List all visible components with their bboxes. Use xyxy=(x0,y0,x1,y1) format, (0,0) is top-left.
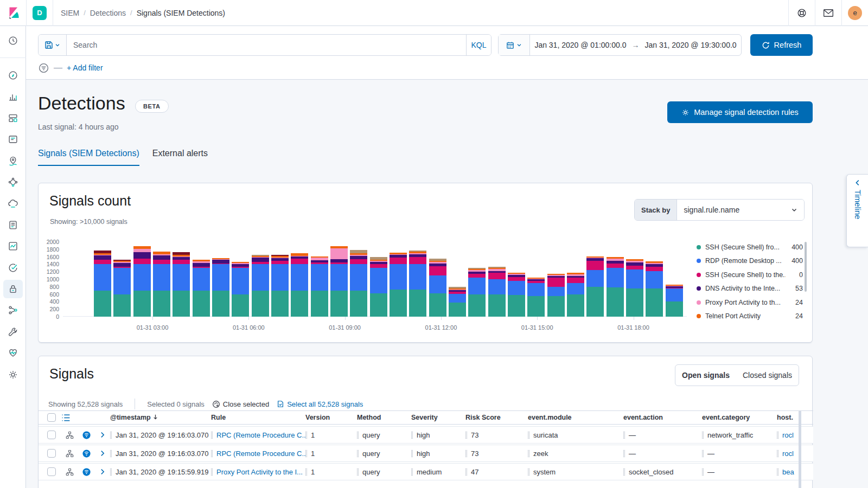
cell-risk_score[interactable]: 73 xyxy=(465,450,528,458)
fields-browser-icon[interactable] xyxy=(61,414,71,422)
help-menu-button[interactable] xyxy=(789,0,815,26)
drag-handle[interactable] xyxy=(110,432,112,439)
stacked-bar[interactable] xyxy=(567,273,584,317)
stacked-bar[interactable] xyxy=(646,261,663,317)
drag-handle[interactable] xyxy=(305,432,307,439)
cell-severity[interactable]: high xyxy=(411,431,465,439)
sidebar-item-discover[interactable] xyxy=(3,66,23,85)
cell-risk_score[interactable]: 47 xyxy=(465,468,528,476)
stacked-bar[interactable] xyxy=(547,274,565,317)
stacked-bar[interactable] xyxy=(133,246,151,317)
drag-handle[interactable] xyxy=(211,468,213,476)
cell-event_category[interactable]: network_traffic xyxy=(702,431,777,439)
cell-version[interactable]: 1 xyxy=(305,431,357,439)
stacked-bar[interactable] xyxy=(508,273,525,317)
tab-signals[interactable]: Signals (SIEM Detections) xyxy=(38,149,139,166)
cell-host[interactable]: bea xyxy=(777,468,800,476)
select-all-signals-button[interactable]: Select all 52,528 signals xyxy=(277,400,363,408)
stacked-bar[interactable] xyxy=(429,259,446,317)
drag-handle[interactable] xyxy=(623,468,625,476)
cell-event_category[interactable]: — xyxy=(702,450,777,458)
cell-event_action[interactable]: socket_closed xyxy=(623,468,702,476)
analyze-event-icon[interactable] xyxy=(65,467,74,477)
column-header-severity[interactable]: Severity xyxy=(411,414,465,421)
sidebar-item-siem[interactable] xyxy=(3,280,23,298)
drag-handle[interactable] xyxy=(411,450,413,457)
stacked-bar[interactable] xyxy=(409,251,426,317)
drag-handle[interactable] xyxy=(528,468,529,476)
drag-handle[interactable] xyxy=(411,468,413,476)
column-header-version[interactable]: Version xyxy=(305,414,357,421)
date-quick-menu-button[interactable] xyxy=(499,35,530,55)
stacked-bar[interactable] xyxy=(350,250,367,317)
legend-scrollbar[interactable] xyxy=(805,242,807,292)
chart-plot-area[interactable]: 01-31 03:0001-31 06:0001-31 09:0001-31 1… xyxy=(63,242,687,317)
search-input[interactable] xyxy=(67,35,466,55)
sidebar-item-dashboard[interactable] xyxy=(3,109,23,127)
stacked-bar[interactable] xyxy=(370,257,387,317)
kql-syntax-button[interactable]: KQL xyxy=(466,35,491,55)
cell-event_category[interactable]: — xyxy=(702,468,777,476)
signal-status-icon[interactable] xyxy=(81,467,92,477)
legend-item[interactable]: IPSEC NAT Traversal Po...16 xyxy=(697,323,803,326)
date-end[interactable]: Jan 31, 2020 @ 19:30:00.0 xyxy=(645,41,737,49)
sidebar-item-uptime[interactable] xyxy=(3,259,23,277)
cell-version[interactable]: 1 xyxy=(305,468,357,476)
table-scrollbar[interactable] xyxy=(799,410,801,488)
cell-timestamp[interactable]: Jan 31, 2020 @ 19:16:03.070 xyxy=(110,450,211,458)
analyze-event-icon[interactable] xyxy=(65,449,74,458)
rule-link[interactable]: Proxy Port Activity to the I... xyxy=(216,468,303,476)
drag-handle[interactable] xyxy=(357,432,359,439)
sidebar-item-graph[interactable] xyxy=(3,301,23,319)
sidebar-item-recently-viewed[interactable] xyxy=(3,31,23,50)
cell-severity[interactable]: medium xyxy=(411,468,465,476)
column-header--timestamp[interactable]: @timestamp xyxy=(110,414,211,421)
drag-handle[interactable] xyxy=(777,468,778,476)
stacked-bar[interactable] xyxy=(232,262,249,317)
cell-method[interactable]: query xyxy=(357,431,411,439)
drag-handle[interactable] xyxy=(465,468,467,476)
select-all-checkbox[interactable] xyxy=(47,413,56,422)
timeline-flyout-button[interactable]: Timeline xyxy=(846,174,868,247)
stacked-bar[interactable] xyxy=(173,252,190,317)
drag-handle[interactable] xyxy=(777,450,778,457)
column-header-event-action[interactable]: event.action xyxy=(623,414,702,421)
stacked-bar[interactable] xyxy=(527,278,545,317)
cell-risk_score[interactable]: 73 xyxy=(465,431,528,439)
stacked-bar[interactable] xyxy=(311,256,328,317)
drag-handle[interactable] xyxy=(528,450,529,457)
stacked-bar[interactable] xyxy=(607,257,624,317)
tab-external-alerts[interactable]: External alerts xyxy=(152,149,208,166)
stacked-bar[interactable] xyxy=(390,253,407,317)
cell-host[interactable]: rocl xyxy=(777,450,800,458)
sidebar-item-apm[interactable] xyxy=(3,237,23,255)
stacked-bar[interactable] xyxy=(330,246,348,317)
add-filter-button[interactable]: + Add filter xyxy=(67,63,103,72)
drag-handle[interactable] xyxy=(211,450,213,457)
signal-status-icon[interactable] xyxy=(81,430,92,440)
breadcrumb-detections[interactable]: Detections xyxy=(90,9,126,17)
drag-handle[interactable] xyxy=(305,468,307,476)
user-menu-button[interactable]: e xyxy=(842,0,868,26)
cell-timestamp[interactable]: Jan 31, 2020 @ 19:15:59.919 xyxy=(110,468,211,476)
sidebar-item-machine-learning[interactable] xyxy=(3,173,23,191)
sidebar-item-dev-tools[interactable] xyxy=(3,323,23,341)
column-header-risk-score[interactable]: Risk Score xyxy=(465,414,528,421)
rule-link[interactable]: RPC (Remote Procedure C... xyxy=(216,450,305,458)
column-header-event-category[interactable]: event.category xyxy=(702,414,777,421)
sidebar-item-maps[interactable] xyxy=(3,152,23,170)
column-header-method[interactable]: Method xyxy=(357,414,411,421)
host-link[interactable]: rocl xyxy=(782,431,794,439)
kibana-logo[interactable] xyxy=(0,0,26,26)
legend-item[interactable]: DNS Activity to the Inte...53 xyxy=(697,282,803,296)
drag-handle[interactable] xyxy=(777,432,778,439)
manage-signal-detection-rules-button[interactable]: Manage signal detection rules xyxy=(667,101,813,123)
cell-event_action[interactable]: — xyxy=(623,431,702,439)
cell-method[interactable]: query xyxy=(357,468,411,476)
sidebar-item-management[interactable] xyxy=(3,365,23,384)
sidebar-item-infrastructure[interactable] xyxy=(3,194,23,213)
expand-row-chevron-icon[interactable] xyxy=(99,450,106,457)
rule-link[interactable]: RPC (Remote Procedure C... xyxy=(216,431,305,439)
host-link[interactable]: rocl xyxy=(782,450,794,458)
drag-handle[interactable] xyxy=(528,432,529,439)
